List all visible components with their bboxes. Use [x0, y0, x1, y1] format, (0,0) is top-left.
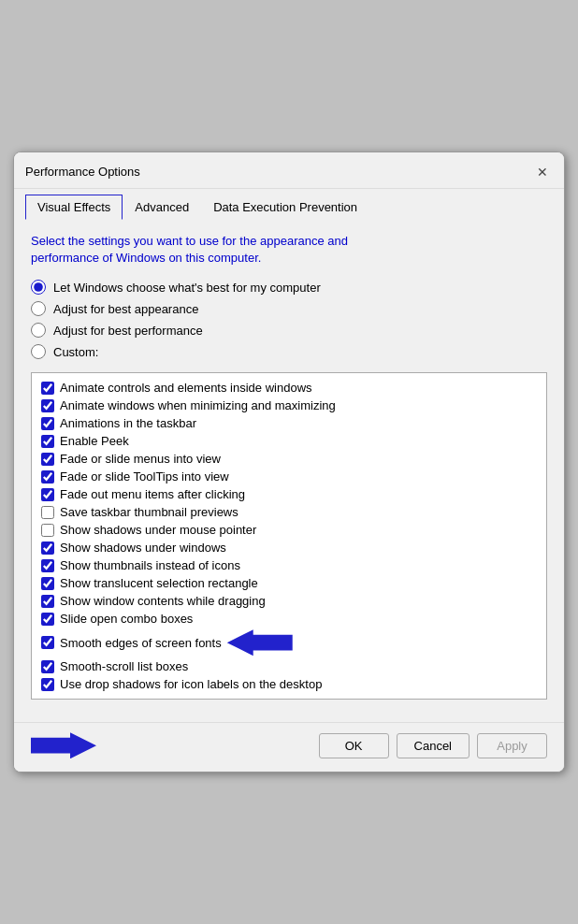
- checkbox-fade-menu-items[interactable]: Fade out menu items after clicking: [36, 485, 542, 503]
- radio-best-appearance[interactable]: Adjust for best appearance: [31, 301, 547, 316]
- close-button[interactable]: ✕: [532, 162, 553, 182]
- checkbox-show-translucent[interactable]: Show translucent selection rectangle: [36, 574, 542, 592]
- footer: OK Cancel Apply: [14, 722, 564, 772]
- checkbox-show-shadows-mouse[interactable]: Show shadows under mouse pointer: [36, 521, 542, 539]
- checkbox-list: Animate controls and elements inside win…: [31, 372, 547, 700]
- checkbox-animations-taskbar[interactable]: Animations in the taskbar: [36, 414, 542, 432]
- radio-best-performance[interactable]: Adjust for best performance: [31, 323, 547, 338]
- checkbox-smooth-edges-row: Smooth edges of screen fonts: [36, 628, 542, 657]
- checkbox-drop-shadows-icons[interactable]: Use drop shadows for icon labels on the …: [36, 675, 542, 693]
- checkbox-fade-menus[interactable]: Fade or slide menus into view: [36, 450, 542, 468]
- right-arrow-indicator: [31, 732, 96, 758]
- cancel-button[interactable]: Cancel: [397, 733, 470, 758]
- tab-visual-effects[interactable]: Visual Effects: [25, 195, 123, 220]
- radio-custom[interactable]: Custom:: [31, 344, 547, 359]
- tab-data-execution-prevention[interactable]: Data Execution Prevention: [201, 195, 369, 220]
- ok-arrow-icon: [31, 732, 96, 758]
- tab-content: Select the settings you want to use for …: [14, 220, 564, 722]
- checkbox-enable-peek[interactable]: Enable Peek: [36, 432, 542, 450]
- left-arrow-indicator: [227, 629, 293, 656]
- checkbox-slide-combo[interactable]: Slide open combo boxes: [36, 610, 542, 628]
- checkbox-smooth-edges[interactable]: Smooth edges of screen fonts: [41, 636, 222, 650]
- radio-let-windows[interactable]: Let Windows choose what's best for my co…: [31, 280, 547, 295]
- description: Select the settings you want to use for …: [31, 233, 547, 267]
- checkbox-show-thumbnails[interactable]: Show thumbnails instead of icons: [36, 556, 542, 574]
- radio-group: Let Windows choose what's best for my co…: [31, 280, 547, 359]
- checkbox-show-shadows-windows[interactable]: Show shadows under windows: [36, 539, 542, 556]
- performance-options-dialog: Performance Options ✕ Visual Effects Adv…: [13, 152, 565, 772]
- tab-bar: Visual Effects Advanced Data Execution P…: [14, 189, 564, 220]
- apply-button[interactable]: Apply: [477, 733, 547, 758]
- checkbox-animate-windows[interactable]: Animate windows when minimizing and maxi…: [36, 397, 542, 414]
- dialog-title: Performance Options: [25, 165, 140, 179]
- tab-advanced[interactable]: Advanced: [123, 195, 201, 220]
- ok-button[interactable]: OK: [319, 733, 389, 758]
- title-bar: Performance Options ✕: [14, 152, 564, 189]
- checkbox-smooth-scroll[interactable]: Smooth-scroll list boxes: [36, 657, 542, 675]
- checkbox-show-window-contents[interactable]: Show window contents while dragging: [36, 592, 542, 610]
- checkbox-animate-controls[interactable]: Animate controls and elements inside win…: [36, 379, 542, 397]
- checkbox-save-thumbnail[interactable]: Save taskbar thumbnail previews: [36, 503, 542, 521]
- checkbox-fade-tooltips[interactable]: Fade or slide ToolTips into view: [36, 468, 542, 485]
